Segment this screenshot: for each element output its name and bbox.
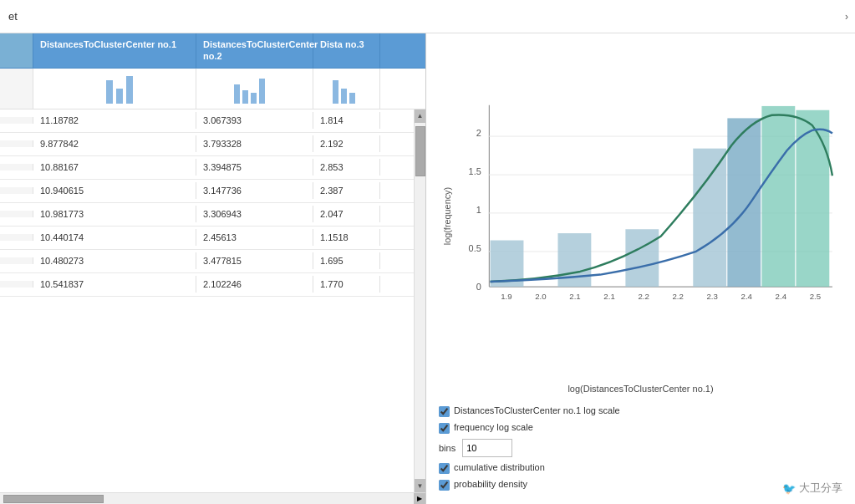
svg-rect-2 [126,76,133,104]
svg-text:2.2: 2.2 [638,292,649,301]
table-body-wrapper: 11.18782 3.067393 1.814 9.877842 3.79332… [0,109,425,492]
sparkline-label [0,69,33,109]
bins-row: bins [439,439,842,457]
cell-c1: 10.541837 [33,276,196,293]
header-label-col [0,33,33,68]
row-label [0,164,33,171]
svg-text:1.9: 1.9 [501,292,511,301]
bins-label: bins [439,443,455,453]
cell-c1: 10.440174 [33,229,196,246]
log-scale-label: DistancesToClusterCenter no.1 log scale [454,405,620,415]
cell-c3: 2.853 [313,159,380,176]
prob-density-label: probability density [454,479,527,489]
sparkline-c2 [196,69,313,109]
cell-c2: 2.102246 [196,276,313,293]
cell-c1: 10.940615 [33,182,196,199]
svg-text:0.5: 0.5 [469,243,481,253]
h-scroll-thumb[interactable] [3,495,104,503]
watermark-text: 大卫分享 [799,481,842,496]
vertical-scrollbar[interactable]: ▲ ▼ [414,109,425,492]
scroll-thumb[interactable] [415,126,425,176]
table-scroll[interactable]: 11.18782 3.067393 1.814 9.877842 3.79332… [0,109,414,492]
svg-text:1.5: 1.5 [469,166,481,176]
cell-c1: 10.480273 [33,252,196,269]
col-header-c2: DistancesToClusterCenter no.2 [196,33,313,68]
svg-rect-6 [259,79,265,104]
scroll-up[interactable]: ▲ [415,109,426,123]
cumulative-label: cumulative distribution [454,462,545,472]
svg-text:2.2: 2.2 [672,292,683,301]
cell-c1: 10.88167 [33,159,196,176]
cumulative-row: cumulative distribution [439,462,842,474]
svg-text:1: 1 [476,205,481,215]
svg-text:2.4: 2.4 [776,292,787,301]
h-scroll-right[interactable]: ▶ [414,493,425,505]
table-row: 11.18782 3.067393 1.814 [0,109,414,133]
freq-log-scale-label: frequency log scale [454,422,533,432]
svg-text:2.4: 2.4 [741,292,753,301]
svg-text:2.5: 2.5 [810,292,821,301]
svg-rect-8 [341,89,347,104]
horizontal-scrollbar[interactable]: ▶ [0,492,425,504]
freq-log-scale-row: frequency log scale [439,422,842,434]
table-row: 10.541837 2.102246 1.770 [0,273,414,297]
bins-input[interactable] [462,439,512,457]
cell-c2: 3.147736 [196,182,313,199]
cell-c1: 11.18782 [33,112,196,129]
log-scale-row: DistancesToClusterCenter no.1 log scale [439,405,842,417]
chart-section: 0 0.5 1 1.5 2 log(frequency) [426,33,855,504]
freq-log-scale-checkbox[interactable] [439,423,450,434]
scroll-down[interactable]: ▼ [415,479,426,492]
histogram-svg: 0 0.5 1 1.5 2 log(frequency) [439,42,842,380]
table-section: DistancesToClusterCenter no.1 DistancesT… [0,33,426,504]
row-label [0,117,33,124]
main-content: DistancesToClusterCenter no.1 DistancesT… [0,33,855,504]
cell-c3: 2.387 [313,182,380,199]
cell-c3: 1.695 [313,252,380,269]
table-row: 9.877842 3.793328 2.192 [0,133,414,156]
row-label [0,257,33,264]
cell-c2: 3.306943 [196,206,313,222]
svg-text:log(frequency): log(frequency) [442,187,452,245]
chart-area: 0 0.5 1 1.5 2 log(frequency) [439,42,842,380]
watermark: 🐦 大卫分享 [782,481,842,496]
x-axis-label: log(DistancesToClusterCenter no.1) [439,384,842,394]
cell-c2: 3.793328 [196,135,313,152]
row-label [0,140,33,147]
svg-rect-4 [242,90,248,104]
cell-c2: 3.067393 [196,112,313,129]
svg-rect-3 [234,84,240,104]
table-row: 10.480273 3.477815 1.695 [0,250,414,273]
expand-arrow[interactable]: › [845,11,848,23]
svg-text:2.0: 2.0 [535,292,546,301]
svg-rect-24 [625,229,659,287]
svg-text:2.1: 2.1 [603,292,614,301]
table-row: 10.940615 3.147736 2.387 [0,180,414,203]
svg-rect-25 [693,149,726,287]
cumulative-checkbox[interactable] [439,463,450,474]
cell-c3: 2.192 [313,135,380,152]
cell-c3: 1.1518 [313,229,380,246]
row-label [0,211,33,217]
svg-rect-27 [761,106,795,287]
table-row: 10.981773 3.306943 2.047 [0,203,414,227]
svg-rect-1 [116,89,123,104]
svg-rect-0 [106,80,113,104]
log-scale-checkbox[interactable] [439,406,450,417]
table-header: DistancesToClusterCenter no.1 DistancesT… [0,33,425,69]
svg-rect-5 [251,93,257,104]
row-label [0,187,33,194]
svg-rect-9 [349,93,355,104]
top-bar-title: et [8,10,18,23]
row-label [0,234,33,241]
cell-c2: 3.394875 [196,159,313,176]
cell-c1: 10.981773 [33,206,196,222]
col-header-c1: DistancesToClusterCenter no.1 [33,33,196,68]
sparkline-c3 [313,69,380,109]
cell-c3: 2.047 [313,206,380,222]
top-bar: et › [0,0,855,33]
table-row: 10.440174 2.45613 1.1518 [0,227,414,250]
sparkline-c1 [33,69,196,109]
prob-density-checkbox[interactable] [439,480,450,491]
svg-text:2: 2 [476,128,481,138]
